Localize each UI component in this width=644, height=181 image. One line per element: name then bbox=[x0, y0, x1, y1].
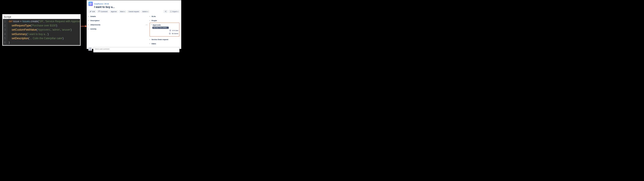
svg-line-9 bbox=[165, 11, 166, 12]
chevron-down-icon: ▾ bbox=[178, 11, 178, 12]
approvals-label: Approvals bbox=[153, 24, 161, 26]
comment-button[interactable]: Comment bbox=[97, 10, 109, 13]
section-description[interactable]: ›Description bbox=[88, 19, 148, 23]
line-gutter: 123456 bbox=[3, 19, 8, 45]
script-panel-header: Script bbox=[3, 15, 80, 19]
details-label: Details bbox=[90, 16, 96, 17]
edit-label: Edit bbox=[92, 11, 95, 12]
cancel-label: Cancel request bbox=[128, 11, 139, 12]
svg-point-7 bbox=[165, 11, 165, 12]
export-icon bbox=[170, 11, 172, 12]
approver-row: A N User bbox=[151, 29, 178, 32]
comment-input[interactable] bbox=[93, 47, 180, 52]
code-editor[interactable]: 123456 def issue = Issues.create('SR', '… bbox=[3, 19, 80, 45]
breadcrumb-links: ScriptRunner / SR-48 bbox=[94, 3, 109, 5]
chevron-right-icon: › bbox=[150, 43, 151, 45]
arrow-icon bbox=[81, 25, 87, 29]
issue-toolbar: Edit Comment Approve More ▾ Cancel reque… bbox=[87, 10, 181, 14]
edit-button[interactable]: Edit bbox=[88, 10, 96, 13]
section-approvals[interactable]: ›Approvals bbox=[151, 23, 178, 27]
breadcrumb-sep: / bbox=[104, 3, 104, 5]
issue-key-link[interactable]: SR-48 bbox=[104, 3, 109, 5]
slas-label: SLAs bbox=[152, 16, 156, 17]
dates-label: Dates bbox=[152, 43, 156, 45]
section-service-desk[interactable]: ›Service Desk request bbox=[150, 38, 180, 42]
comment-label: Comment bbox=[101, 11, 107, 12]
export-label: Export bbox=[172, 11, 177, 12]
project-link[interactable]: ScriptRunner bbox=[94, 3, 103, 5]
jira-issue-panel: ScriptRunner / SR-48 I want to buy a... … bbox=[86, 0, 182, 49]
chevron-down-icon: ▾ bbox=[124, 11, 125, 12]
approvals-panel: ›Approvals WAITING FOR APPRO... A N User… bbox=[150, 23, 180, 37]
issue-main-column: ›Details ›Description ›Attachments··· ›A… bbox=[88, 14, 148, 46]
approver-name: A N User bbox=[172, 30, 178, 31]
chevron-right-icon: › bbox=[88, 24, 90, 26]
current-user-avatar-icon bbox=[88, 47, 92, 51]
comment-composer bbox=[87, 46, 181, 54]
script-panel: Script 123456 def issue = Issues.create(… bbox=[2, 14, 81, 46]
approve-label: Approve bbox=[111, 11, 116, 12]
issue-title: I want to buy a... bbox=[87, 6, 181, 10]
approver-name: Mr Admin bbox=[172, 33, 178, 34]
approver-row: Mr Admin bbox=[151, 32, 178, 35]
svg-line-10 bbox=[165, 12, 166, 12]
chevron-down-icon: › bbox=[151, 25, 152, 26]
project-avatar-icon[interactable] bbox=[88, 2, 93, 6]
section-slas[interactable]: ›SLAs bbox=[150, 14, 180, 19]
section-details[interactable]: ›Details bbox=[88, 14, 148, 19]
chevron-right-icon: › bbox=[88, 20, 90, 21]
chevron-right-icon: › bbox=[88, 28, 90, 30]
approval-status-badge: WAITING FOR APPRO... bbox=[152, 27, 169, 29]
service-desk-label: Service Desk request bbox=[152, 39, 168, 41]
section-activity[interactable]: ›Activity bbox=[88, 27, 148, 31]
more-button[interactable]: More ▾ bbox=[119, 10, 126, 13]
chevron-right-icon: › bbox=[150, 39, 151, 40]
attachments-label: Attachments bbox=[90, 24, 100, 26]
section-people[interactable]: ›People bbox=[150, 19, 180, 23]
svg-point-13 bbox=[90, 48, 91, 49]
svg-point-12 bbox=[170, 33, 170, 34]
avatar-icon bbox=[169, 32, 171, 35]
breadcrumb: ScriptRunner / SR-48 bbox=[87, 0, 181, 6]
svg-point-5 bbox=[91, 4, 91, 4]
chevron-down-icon: ▾ bbox=[147, 11, 148, 12]
issue-side-column: ›SLAs ›People ›Approvals WAITING FOR APP… bbox=[150, 14, 180, 46]
export-button[interactable]: Export ▾ bbox=[169, 10, 180, 13]
pencil-icon bbox=[90, 11, 92, 12]
people-label: People bbox=[152, 20, 157, 22]
chevron-right-icon: › bbox=[150, 20, 151, 21]
avatar-icon bbox=[169, 29, 171, 32]
svg-point-8 bbox=[166, 12, 166, 12]
svg-point-6 bbox=[166, 11, 166, 11]
speech-bubble-icon bbox=[98, 11, 100, 12]
cancel-request-button[interactable]: Cancel request bbox=[127, 10, 140, 13]
section-dates[interactable]: ›Dates bbox=[150, 42, 180, 46]
admin-label: Admin bbox=[142, 11, 147, 12]
approve-button[interactable]: Approve bbox=[110, 10, 118, 13]
description-label: Description bbox=[90, 20, 100, 22]
share-icon bbox=[165, 11, 166, 12]
activity-label: Activity bbox=[90, 28, 96, 30]
chevron-right-icon: › bbox=[88, 16, 90, 17]
chevron-right-icon: › bbox=[150, 16, 151, 17]
share-button[interactable] bbox=[164, 10, 168, 13]
more-label: More bbox=[120, 11, 124, 12]
section-attachments[interactable]: ›Attachments··· bbox=[88, 23, 148, 27]
code-content: def issue = Issues.create('SR', 'Service… bbox=[8, 19, 80, 45]
svg-point-4 bbox=[90, 4, 90, 4]
admin-button[interactable]: Admin ▾ bbox=[141, 10, 150, 13]
svg-point-11 bbox=[170, 30, 171, 30]
attachments-menu-icon[interactable]: ··· bbox=[146, 24, 148, 26]
